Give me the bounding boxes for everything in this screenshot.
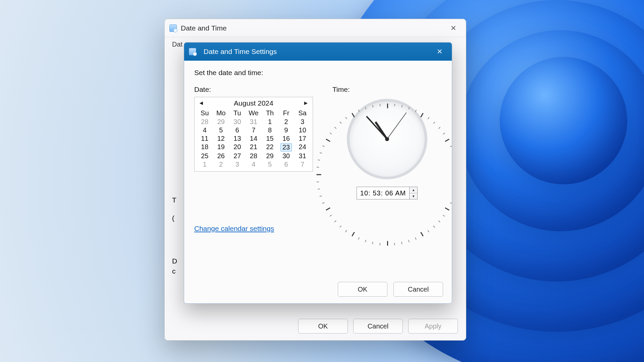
calendar-day[interactable]: 27 <box>229 152 246 160</box>
calendar-day[interactable]: 3 <box>229 160 246 169</box>
calendar-day[interactable]: 6 <box>278 160 294 169</box>
calendar-day[interactable]: 30 <box>229 118 246 126</box>
clock-tick-minor <box>320 153 322 154</box>
clock-tick-major <box>387 241 388 246</box>
parent-body-line-t: T <box>172 196 176 204</box>
calendar-day[interactable]: 25 <box>197 152 213 160</box>
calendar-day[interactable]: 6 <box>229 126 246 134</box>
clock-tick-minor <box>401 242 402 244</box>
clock-tick-minor <box>345 117 347 119</box>
calendar-day[interactable]: 20 <box>229 143 246 152</box>
calendar-day[interactable]: 11 <box>197 134 213 143</box>
calendar-day[interactable]: 13 <box>229 134 246 143</box>
calendar-day[interactable]: 23 <box>278 143 294 152</box>
clock-tick-minor <box>339 226 341 228</box>
calendar-day[interactable]: 3 <box>294 118 311 126</box>
calendar-day[interactable]: 26 <box>213 152 229 160</box>
time-spin-up-button[interactable]: ▲ <box>410 187 417 193</box>
calendar-day[interactable]: 8 <box>262 126 278 134</box>
calendar-day[interactable]: 15 <box>262 134 278 143</box>
calendar-day[interactable]: 1 <box>262 118 278 126</box>
calendar-day[interactable]: 2 <box>213 160 229 169</box>
clock-tick-minor <box>318 189 320 190</box>
clock-tick-minor <box>415 237 416 240</box>
clock-tick-minor <box>330 215 332 217</box>
child-ok-button[interactable]: OK <box>338 282 387 297</box>
clock-tick-minor <box>380 104 380 106</box>
calendar-day[interactable]: 19 <box>213 143 229 152</box>
time-input[interactable]: 10: 53: 06 AM <box>357 187 409 199</box>
calendar-day[interactable]: 16 <box>278 134 294 143</box>
clock-tick-major <box>352 113 355 118</box>
clock-tick-major <box>420 232 424 237</box>
calendar-day[interactable]: 22 <box>262 143 278 152</box>
calendar-dow: Tu <box>229 109 246 118</box>
clock-minute-hand <box>366 116 388 139</box>
clock-tick-major <box>352 232 355 237</box>
calendar-day[interactable]: 18 <box>197 143 213 152</box>
clock-tick-minor <box>365 107 367 109</box>
calendar-dow: We <box>246 109 262 118</box>
clock-calendar-icon <box>189 48 196 55</box>
calendar-day[interactable]: 17 <box>294 134 311 143</box>
calendar-day[interactable]: 24 <box>294 143 311 152</box>
clock-tick-minor <box>450 145 452 147</box>
clock-tick-minor <box>394 243 395 245</box>
calendar-day[interactable]: 31 <box>294 152 311 160</box>
calendar-day[interactable]: 9 <box>278 126 294 134</box>
clock-tick-minor <box>330 133 332 134</box>
calendar-day[interactable]: 28 <box>246 152 262 160</box>
parent-cancel-button[interactable]: Cancel <box>353 319 403 334</box>
child-titlebar[interactable]: Date and Time Settings ✕ <box>184 43 452 61</box>
date-label: Date: <box>194 85 313 94</box>
calendar-day[interactable]: 21 <box>246 143 262 152</box>
calendar-next-button[interactable]: ► <box>303 100 309 107</box>
calendar-day[interactable]: 29 <box>262 152 278 160</box>
close-icon: ✕ <box>450 24 457 32</box>
child-window-title: Date and Time Settings <box>204 48 277 56</box>
calendar-dow: Sa <box>294 109 311 118</box>
clock-tick-minor <box>365 240 367 242</box>
clock-tick-minor <box>438 221 440 223</box>
calendar-day[interactable]: 28 <box>197 118 213 126</box>
close-icon: ✕ <box>437 48 443 56</box>
parent-body-line-d: D <box>172 257 177 265</box>
child-cancel-button[interactable]: Cancel <box>393 282 443 297</box>
calendar-day[interactable]: 5 <box>213 126 229 134</box>
calendar-dow: Th <box>262 109 278 118</box>
calendar-day[interactable]: 1 <box>197 160 213 169</box>
calendar-day[interactable]: 7 <box>246 126 262 134</box>
clock-tick-major <box>445 139 449 142</box>
parent-ok-button[interactable]: OK <box>298 319 348 334</box>
calendar-day[interactable]: 14 <box>246 134 262 143</box>
clock-tick-minor <box>320 196 322 197</box>
parent-body-line-paren: ( <box>172 214 174 222</box>
clock-tick-minor <box>408 107 410 109</box>
change-calendar-settings-link[interactable]: Change calendar settings <box>194 225 274 233</box>
calendar-day[interactable]: 12 <box>213 134 229 143</box>
time-spinner[interactable]: 10: 53: 06 AM ▲ ▼ <box>357 187 418 199</box>
calendar-day[interactable]: 4 <box>246 160 262 169</box>
clock-tick-minor <box>408 240 410 242</box>
calendar-day[interactable]: 4 <box>197 126 213 134</box>
calendar-day[interactable]: 31 <box>246 118 262 126</box>
parent-titlebar[interactable]: Date and Time ✕ <box>165 19 466 37</box>
clock-tick-minor <box>339 122 341 124</box>
calendar-day[interactable]: 29 <box>213 118 229 126</box>
child-close-button[interactable]: ✕ <box>432 45 447 58</box>
clock-center-dot <box>385 137 389 141</box>
parent-apply-button: Apply <box>408 319 458 334</box>
clock-tick-minor <box>372 105 373 107</box>
calendar-prev-button[interactable]: ◄ <box>198 100 205 107</box>
calendar-day[interactable]: 5 <box>262 160 278 169</box>
time-spin-down-button[interactable]: ▼ <box>410 193 417 199</box>
calendar-day[interactable]: 30 <box>278 152 294 160</box>
calendar-day[interactable]: 10 <box>294 126 311 134</box>
calendar-dow: Fr <box>278 109 294 118</box>
calendar-day[interactable]: 7 <box>294 160 311 169</box>
calendar-day[interactable]: 2 <box>278 118 294 126</box>
calendar-month-label[interactable]: August 2024 <box>234 99 273 107</box>
clock-tick-minor <box>443 133 445 134</box>
parent-close-button[interactable]: ✕ <box>446 21 461 35</box>
clock-tick-minor <box>358 110 360 112</box>
